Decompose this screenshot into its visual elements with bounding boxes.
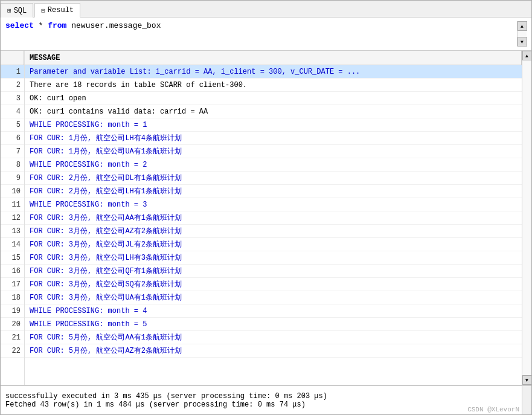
table-row[interactable]: WHILE PROCESSING: month = 4: [25, 304, 522, 318]
grid-header: MESSAGE: [25, 51, 522, 65]
table-row[interactable]: FOR CUR: 3月份, 航空公司QF有1条航班计划: [25, 265, 522, 278]
grid-scroll-track[interactable]: [522, 60, 531, 375]
grid-container: 12345678910111213141516171819202122 MESS…: [1, 51, 531, 385]
status-scrollbar[interactable]: [522, 386, 531, 414]
table-row[interactable]: FOR CUR: 3月份, 航空公司JL有2条航班计划: [25, 238, 522, 251]
row-number: 22: [1, 344, 24, 358]
row-number: 6: [1, 132, 24, 145]
status-line1: successfully executed in 3 ms 435 μs (se…: [5, 392, 527, 401]
table-row[interactable]: FOR CUR: 3月份, 航空公司SQ有2条航班计划: [25, 278, 522, 291]
row-number: 10: [1, 185, 24, 198]
content-area: select * from newuser.message_box ▲ ▼ 12…: [1, 18, 531, 414]
row-number: 1: [1, 65, 24, 79]
table-row[interactable]: OK: cur1 contains valid data: carrid = A…: [25, 105, 522, 118]
table-row[interactable]: FOR CUR: 5月份, 航空公司AZ有2条航班计划: [25, 344, 522, 358]
tab-result[interactable]: ⊟ Result: [34, 3, 80, 18]
grid-scrollbar[interactable]: ▲ ▼: [522, 51, 531, 385]
sql-tab-icon: ⊞: [7, 7, 11, 14]
row-number: 14: [1, 238, 24, 251]
tab-bar: ⊞ SQL ⊟ Result: [1, 1, 531, 18]
data-column: MESSAGE Parameter and variable List: i_c…: [25, 51, 522, 385]
table-row[interactable]: WHILE PROCESSING: month = 1: [25, 118, 522, 132]
row-number: 17: [1, 278, 24, 291]
row-number: 11: [1, 198, 24, 211]
row-number: 2: [1, 79, 24, 92]
table-row[interactable]: There are 18 records in table SCARR of c…: [25, 79, 522, 92]
table-row[interactable]: FOR CUR: 2月份, 航空公司LH有1条航班计划: [25, 185, 522, 198]
row-number: 19: [1, 304, 24, 318]
status-bar: successfully executed in 3 ms 435 μs (se…: [1, 385, 531, 414]
row-number: 21: [1, 331, 24, 344]
row-number: 5: [1, 118, 24, 132]
row-number: 8: [1, 158, 24, 172]
table-row[interactable]: OK: cur1 open: [25, 92, 522, 105]
sql-scrollbar[interactable]: ▲ ▼: [517, 21, 527, 47]
table-row[interactable]: FOR CUR: 3月份, 航空公司AA有1条航班计划: [25, 211, 522, 225]
grid-body[interactable]: Parameter and variable List: i_carrid = …: [25, 65, 522, 385]
table-row[interactable]: FOR CUR: 3月份, 航空公司AZ有2条航班计划: [25, 225, 522, 238]
tab-sql[interactable]: ⊞ SQL: [1, 3, 33, 18]
row-number: 12: [1, 211, 24, 225]
row-number: 13: [1, 225, 24, 238]
table-row[interactable]: FOR CUR: 1月份, 航空公司LH有4条航班计划: [25, 132, 522, 145]
result-tab-icon: ⊟: [41, 7, 45, 14]
row-number: 9: [1, 172, 24, 185]
tab-result-label: Result: [48, 6, 74, 14]
result-grid: 12345678910111213141516171819202122 MESS…: [1, 51, 531, 385]
row-numbers: 12345678910111213141516171819202122: [1, 51, 25, 385]
table-row[interactable]: Parameter and variable List: i_carrid = …: [25, 65, 522, 79]
grid-scroll-up[interactable]: ▲: [522, 51, 532, 60]
sql-scroll-down[interactable]: ▼: [518, 37, 527, 47]
row-number: 15: [1, 251, 24, 265]
sql-scroll-track[interactable]: [518, 31, 527, 37]
table-row[interactable]: WHILE PROCESSING: month = 3: [25, 198, 522, 211]
row-num-header: [1, 51, 24, 65]
table-row[interactable]: WHILE PROCESSING: month = 2: [25, 158, 522, 172]
table-row[interactable]: FOR CUR: 1月份, 航空公司UA有1条航班计划: [25, 145, 522, 158]
watermark: CSDN @XLevorN: [467, 406, 519, 413]
table-row[interactable]: FOR CUR: 3月份, 航空公司UA有1条航班计划: [25, 291, 522, 304]
row-number: 16: [1, 265, 24, 278]
row-number: 18: [1, 291, 24, 304]
sql-text: select * from newuser.message_box: [5, 21, 517, 47]
row-number: 7: [1, 145, 24, 158]
table-row[interactable]: WHILE PROCESSING: month = 5: [25, 318, 522, 331]
sql-editor[interactable]: select * from newuser.message_box ▲ ▼: [1, 18, 531, 51]
row-number: 4: [1, 105, 24, 118]
tab-sql-label: SQL: [14, 7, 27, 15]
row-number: 20: [1, 318, 24, 331]
grid-scroll-down[interactable]: ▼: [522, 375, 532, 385]
status-line2: Fetched 43 row(s) in 1 ms 484 μs (server…: [5, 401, 527, 409]
sql-scroll-up[interactable]: ▲: [518, 21, 527, 31]
row-number: 3: [1, 92, 24, 105]
row-num-body: 12345678910111213141516171819202122: [1, 65, 24, 358]
main-window: ⊞ SQL ⊟ Result select * from newuser.mes…: [0, 0, 532, 415]
table-row[interactable]: FOR CUR: 3月份, 航空公司LH有3条航班计划: [25, 251, 522, 265]
table-row[interactable]: FOR CUR: 2月份, 航空公司DL有1条航班计划: [25, 172, 522, 185]
table-row[interactable]: FOR CUR: 5月份, 航空公司AA有1条航班计划: [25, 331, 522, 344]
